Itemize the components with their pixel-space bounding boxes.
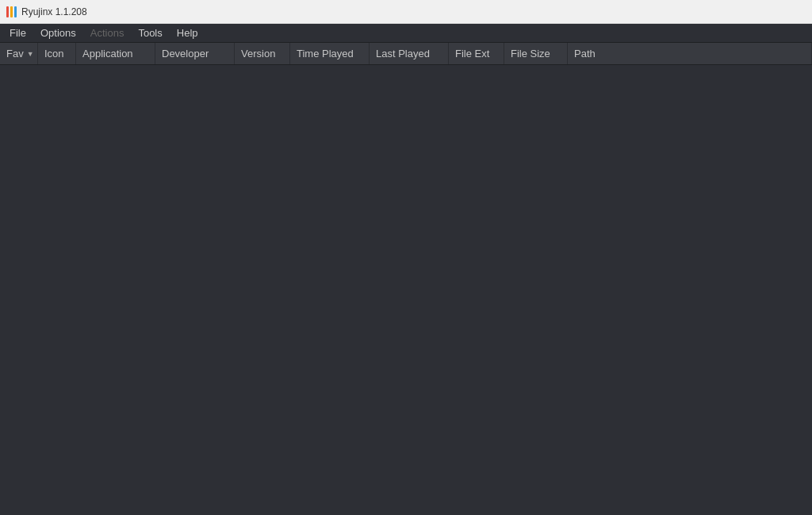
menu-options[interactable]: Options	[34, 25, 82, 40]
col-header-file-size[interactable]: File Size	[504, 43, 568, 64]
title-bar: Ryujinx 1.1.208	[0, 0, 812, 24]
col-header-application[interactable]: Application	[76, 43, 155, 64]
col-header-file-ext[interactable]: File Ext	[449, 43, 504, 64]
fav-dropdown-arrow: ▼	[27, 50, 34, 58]
col-header-path[interactable]: Path	[568, 43, 812, 64]
col-header-version[interactable]: Version	[235, 43, 290, 64]
fav-dropdown[interactable]: Fav ▼	[6, 48, 34, 60]
col-developer-label: Developer	[162, 48, 209, 60]
logo-stripe-red	[6, 6, 9, 17]
menu-file[interactable]: File	[3, 25, 33, 40]
menu-tools[interactable]: Tools	[132, 25, 168, 40]
col-header-icon[interactable]: Icon	[38, 43, 76, 64]
col-fav-label: Fav	[6, 48, 24, 60]
game-list-area	[0, 65, 812, 515]
col-last-played-label: Last Played	[376, 48, 430, 60]
logo-stripe-blue	[14, 6, 17, 17]
col-file-size-label: File Size	[511, 48, 550, 60]
col-header-time-played[interactable]: Time Played	[290, 43, 370, 64]
column-headers: Fav ▼ Icon Application Developer Version…	[0, 43, 812, 65]
col-header-developer[interactable]: Developer	[155, 43, 235, 64]
logo-stripe-orange	[10, 6, 13, 17]
col-header-fav[interactable]: Fav ▼	[0, 43, 38, 64]
col-file-ext-label: File Ext	[455, 48, 489, 60]
app-title: Ryujinx 1.1.208	[21, 6, 87, 17]
app-logo	[6, 6, 17, 17]
col-path-label: Path	[574, 48, 596, 60]
menu-help[interactable]: Help	[170, 25, 205, 40]
menu-actions: Actions	[84, 25, 131, 40]
col-application-label: Application	[82, 48, 133, 60]
menu-bar: File Options Actions Tools Help	[0, 24, 812, 43]
col-icon-label: Icon	[44, 48, 64, 60]
col-version-label: Version	[241, 48, 275, 60]
col-time-played-label: Time Played	[297, 48, 354, 60]
col-header-last-played[interactable]: Last Played	[370, 43, 449, 64]
